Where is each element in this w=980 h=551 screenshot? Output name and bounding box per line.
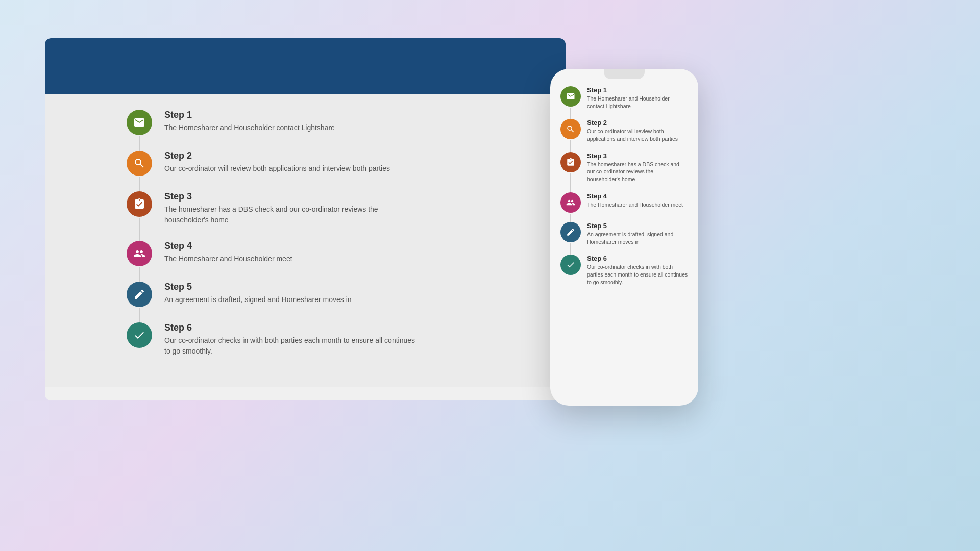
phone-notch bbox=[604, 69, 645, 79]
step-icon-3 bbox=[127, 191, 152, 217]
phone-content: Step 1 The Homesharer and Householder co… bbox=[560, 86, 688, 286]
phone-step-item-4: Step 4 The Homesharer and Householder me… bbox=[560, 192, 688, 213]
phone-step-desc-6: Our co-ordinator checks in with both par… bbox=[587, 263, 688, 286]
step-item-3: Step 3 The homesharer has a DBS check an… bbox=[127, 191, 525, 226]
phone-step-desc-4: The Homesharer and Householder meet bbox=[587, 201, 683, 209]
phone-step-icon-2 bbox=[560, 119, 581, 139]
phone-step-desc-5: An agreement is drafted, signed and Home… bbox=[587, 231, 688, 245]
step-content-3: Step 3 The homesharer has a DBS check an… bbox=[164, 191, 420, 226]
phone-step-icon-1 bbox=[560, 86, 581, 107]
step-desc-4: The Homesharer and Householder meet bbox=[164, 254, 292, 264]
step-desc-5: An agreement is drafted, signed and Home… bbox=[164, 294, 352, 305]
step-item-6: Step 6 Our co-ordinator checks in with b… bbox=[127, 322, 525, 357]
step-content-1: Step 1 The Homesharer and Householder co… bbox=[164, 110, 335, 133]
step-item-1: Step 1 The Homesharer and Householder co… bbox=[127, 110, 525, 135]
phone-step-icon-3 bbox=[560, 152, 581, 172]
phone-step-title-6: Step 6 bbox=[587, 255, 688, 262]
phone-step-title-4: Step 4 bbox=[587, 192, 683, 200]
phone-step-content-5: Step 5 An agreement is drafted, signed a… bbox=[587, 222, 688, 245]
step-desc-2: Our co-ordinator will review both applic… bbox=[164, 163, 390, 174]
step-title-1: Step 1 bbox=[164, 110, 335, 120]
step-content-2: Step 2 Our co-ordinator will review both… bbox=[164, 151, 390, 174]
step-icon-5 bbox=[127, 282, 152, 307]
step-icon-4 bbox=[127, 241, 152, 266]
phone-step-desc-2: Our co-ordinator will review both applic… bbox=[587, 128, 688, 142]
phone-step-content-2: Step 2 Our co-ordinator will review both… bbox=[587, 119, 688, 142]
step-title-6: Step 6 bbox=[164, 322, 420, 333]
phone-step-content-6: Step 6 Our co-ordinator checks in with b… bbox=[587, 255, 688, 286]
step-item-4: Step 4 The Homesharer and Householder me… bbox=[127, 241, 525, 266]
step-desc-3: The homesharer has a DBS check and our c… bbox=[164, 204, 420, 226]
step-title-4: Step 4 bbox=[164, 241, 292, 252]
phone-step-content-3: Step 3 The homesharer has a DBS check an… bbox=[587, 152, 688, 183]
main-card: Step 1 The Homesharer and Householder co… bbox=[45, 38, 566, 400]
phone-step-content-1: Step 1 The Homesharer and Householder co… bbox=[587, 86, 688, 110]
step-desc-1: The Homesharer and Householder contact L… bbox=[164, 122, 335, 133]
phone-step-item-3: Step 3 The homesharer has a DBS check an… bbox=[560, 152, 688, 183]
step-item-2: Step 2 Our co-ordinator will review both… bbox=[127, 151, 525, 176]
phone-step-title-2: Step 2 bbox=[587, 119, 688, 127]
step-title-2: Step 2 bbox=[164, 151, 390, 161]
step-item-5: Step 5 An agreement is drafted, signed a… bbox=[127, 282, 525, 307]
phone-step-desc-3: The homesharer has a DBS check and our c… bbox=[587, 161, 688, 183]
step-icon-6 bbox=[127, 322, 152, 348]
phone-step-desc-1: The Homesharer and Householder contact L… bbox=[587, 95, 688, 110]
header-banner bbox=[45, 38, 566, 94]
step-icon-2 bbox=[127, 151, 152, 176]
phone-step-item-5: Step 5 An agreement is drafted, signed a… bbox=[560, 222, 688, 245]
step-title-5: Step 5 bbox=[164, 282, 352, 292]
step-content-5: Step 5 An agreement is drafted, signed a… bbox=[164, 282, 352, 305]
phone-step-title-3: Step 3 bbox=[587, 152, 688, 160]
phone-step-icon-6 bbox=[560, 255, 581, 275]
step-content-4: Step 4 The Homesharer and Householder me… bbox=[164, 241, 292, 264]
step-content-6: Step 6 Our co-ordinator checks in with b… bbox=[164, 322, 420, 357]
phone-step-item-2: Step 2 Our co-ordinator will review both… bbox=[560, 119, 688, 142]
phone-step-title-1: Step 1 bbox=[587, 86, 688, 94]
step-title-3: Step 3 bbox=[164, 191, 420, 202]
phone-step-content-4: Step 4 The Homesharer and Householder me… bbox=[587, 192, 683, 209]
phone-mockup: Step 1 The Homesharer and Householder co… bbox=[550, 69, 698, 406]
phone-step-icon-4 bbox=[560, 192, 581, 213]
phone-step-item-6: Step 6 Our co-ordinator checks in with b… bbox=[560, 255, 688, 286]
step-desc-6: Our co-ordinator checks in with both par… bbox=[164, 335, 420, 357]
steps-container: Step 1 The Homesharer and Householder co… bbox=[45, 94, 566, 387]
step-icon-1 bbox=[127, 110, 152, 135]
phone-step-item-1: Step 1 The Homesharer and Householder co… bbox=[560, 86, 688, 110]
phone-step-title-5: Step 5 bbox=[587, 222, 688, 230]
phone-step-icon-5 bbox=[560, 222, 581, 242]
